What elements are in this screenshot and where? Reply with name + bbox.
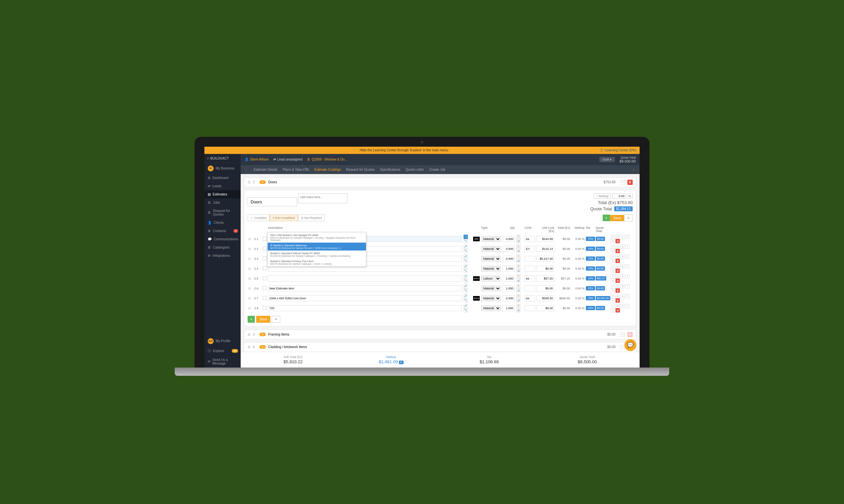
- uom-input[interactable]: [524, 256, 535, 262]
- s-icon[interactable]: S: [621, 294, 625, 298]
- link-icon[interactable]: 🔗: [464, 235, 468, 239]
- tax-badge[interactable]: 15%: [586, 247, 595, 251]
- chart-icon[interactable]: 📊: [516, 298, 521, 303]
- autocomplete-option[interactable]: 550 x 550 Builder's Std Skylight PC $400…: [268, 232, 366, 242]
- copy-icon[interactable]: ⎘: [611, 269, 615, 273]
- cost-input[interactable]: [536, 275, 554, 282]
- s-icon[interactable]: S: [621, 284, 625, 288]
- expand-icon[interactable]: ⊞: [248, 237, 251, 241]
- description-input[interactable]: [268, 275, 462, 282]
- tax-badge[interactable]: 15%: [586, 237, 595, 241]
- cost-input[interactable]: [536, 256, 554, 262]
- chat-icon[interactable]: 💬: [625, 339, 636, 351]
- sidebar-item-estimates[interactable]: ▤Estimates: [204, 190, 241, 198]
- search-icon[interactable]: 🔍: [464, 269, 468, 273]
- checkbox[interactable]: [263, 306, 267, 310]
- checkbox[interactable]: [263, 266, 267, 270]
- type-select[interactable]: Material: [481, 295, 501, 301]
- type-select[interactable]: Labour: [481, 275, 501, 282]
- tab-estimate-details[interactable]: Estimate Details: [253, 165, 277, 174]
- t-icon[interactable]: T: [625, 254, 630, 259]
- n-icon[interactable]: N: [615, 235, 620, 239]
- n-icon[interactable]: N: [615, 254, 620, 259]
- p-icon[interactable]: P: [611, 264, 615, 269]
- calc-icon[interactable]: 📋: [516, 245, 521, 249]
- uom-input[interactable]: [524, 266, 535, 272]
- s-icon[interactable]: S: [621, 254, 625, 259]
- p-icon[interactable]: P: [611, 304, 615, 308]
- category-row[interactable]: ⊞4!1Cladding / brickwork Items$0.00⎘🗑: [244, 342, 636, 352]
- sidebar-item-communications[interactable]: 💬Communications: [204, 235, 241, 243]
- tab-plans---take-offs[interactable]: Plans & Take-Offs: [283, 165, 309, 174]
- autocomplete-option[interactable]: Builder's Standard D/Bowl Vanity PC $900…: [268, 251, 366, 258]
- p-icon[interactable]: P: [611, 284, 615, 288]
- s-icon[interactable]: S: [621, 245, 625, 249]
- n-icon[interactable]: N: [615, 284, 620, 288]
- delete-icon[interactable]: 🗑: [615, 239, 620, 243]
- calc-icon[interactable]: 📋: [516, 304, 521, 308]
- autocomplete-option[interactable]: Builder's Standard Privacy Pull Latch$35…: [268, 258, 366, 266]
- link-icon[interactable]: 🔗: [464, 274, 468, 278]
- expand-icon[interactable]: ⊞: [248, 277, 251, 280]
- expand-icon[interactable]: ⊞: [248, 345, 250, 349]
- status-complete[interactable]: ✓ Complete: [248, 215, 270, 221]
- calc-icon[interactable]: 📋: [516, 274, 521, 278]
- uom-input[interactable]: [524, 275, 535, 282]
- type-select[interactable]: Material: [481, 286, 501, 291]
- search-icon[interactable]: 🔍: [464, 298, 468, 303]
- sidebar-item-my-business[interactable]: BMy Business: [204, 163, 241, 174]
- link-icon[interactable]: 🔗: [464, 284, 468, 288]
- qty-input[interactable]: [502, 236, 515, 242]
- copy-icon[interactable]: ⎘: [620, 332, 625, 337]
- copy-icon[interactable]: ⎘: [620, 345, 625, 349]
- checkbox[interactable]: [263, 256, 267, 260]
- checkbox[interactable]: [263, 296, 267, 300]
- description-input[interactable]: [268, 286, 462, 291]
- delete-icon[interactable]: 🗑: [627, 180, 633, 185]
- qty-input[interactable]: [502, 275, 515, 282]
- sidebar-item-catalogues[interactable]: 🗎Catalogues: [204, 243, 241, 252]
- delete-icon[interactable]: 🗑: [615, 249, 620, 253]
- close-button[interactable]: ✕: [624, 215, 633, 221]
- add-button[interactable]: +: [603, 215, 610, 221]
- search-icon[interactable]: 🔍: [464, 308, 468, 312]
- search-icon[interactable]: 🔍: [464, 288, 468, 293]
- type-select[interactable]: Material: [481, 246, 501, 252]
- p-icon[interactable]: P: [611, 274, 615, 278]
- search-icon[interactable]: 🔍: [464, 278, 468, 283]
- search-icon[interactable]: 🔍: [464, 249, 468, 253]
- sidebar-item-jobs[interactable]: 🗎Jobs: [204, 198, 241, 207]
- s-icon[interactable]: S: [621, 274, 625, 278]
- p-icon[interactable]: P: [611, 245, 615, 249]
- cost-input[interactable]: [536, 286, 554, 291]
- expand-icon[interactable]: ⊞: [248, 247, 251, 251]
- chart-icon[interactable]: 📊: [516, 249, 521, 253]
- expand-icon[interactable]: ⊟: [248, 180, 250, 184]
- markup-value-input[interactable]: [612, 194, 625, 199]
- copy-icon[interactable]: ⎘: [611, 308, 615, 312]
- calc-icon[interactable]: 📋: [516, 294, 521, 298]
- uom-input[interactable]: [524, 286, 535, 291]
- type-select[interactable]: Material: [481, 236, 501, 242]
- chart-icon[interactable]: 📊: [516, 278, 521, 283]
- add-markup-button[interactable]: + Markup: [594, 194, 611, 199]
- copy-icon[interactable]: ⎘: [611, 288, 615, 293]
- tab-quote-letter[interactable]: Quote Letter: [406, 165, 424, 174]
- p-icon[interactable]: P: [611, 294, 615, 298]
- link-icon[interactable]: 🔗: [464, 254, 468, 259]
- expand-icon[interactable]: ⊞: [248, 332, 250, 336]
- close-button-bottom[interactable]: ✕: [272, 316, 280, 323]
- s-icon[interactable]: S: [621, 235, 625, 239]
- category-row[interactable]: ⊞3!1Framing Items$0.00⎘🗑: [244, 330, 636, 340]
- type-select[interactable]: Material: [481, 305, 501, 311]
- uom-input[interactable]: [524, 295, 535, 301]
- uom-input[interactable]: [524, 305, 535, 311]
- expand-icon[interactable]: ⊞: [248, 257, 251, 260]
- t-icon[interactable]: T: [625, 245, 630, 249]
- status-dropdown[interactable]: Draft ▾: [599, 157, 615, 162]
- copy-icon[interactable]: ⎘: [611, 259, 615, 263]
- crumb-lead[interactable]: ⇄ Lead unassigned: [273, 158, 302, 161]
- s-icon[interactable]: S: [621, 264, 625, 269]
- type-select[interactable]: Material: [481, 266, 501, 272]
- qty-input[interactable]: [502, 246, 515, 252]
